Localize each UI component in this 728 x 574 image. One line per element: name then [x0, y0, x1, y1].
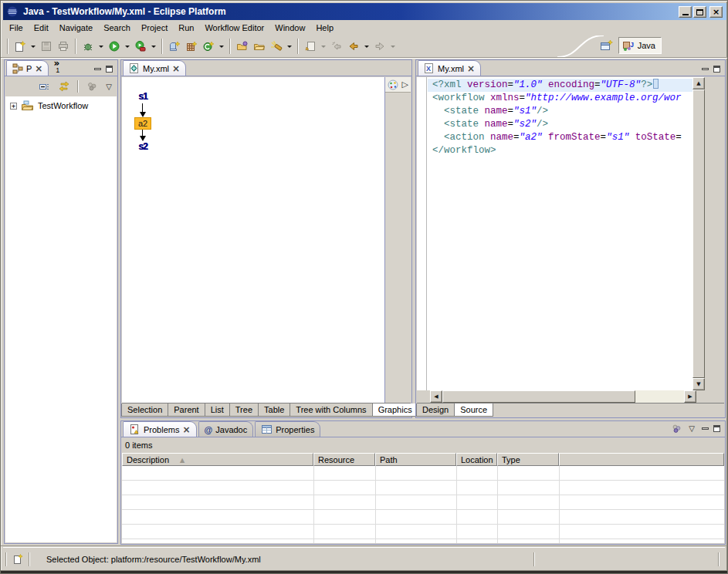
page-tab-selection[interactable]: Selection	[121, 403, 168, 417]
code-line[interactable]: <state name="s2"/>	[428, 118, 692, 131]
more-views-chevron[interactable]: » 1	[53, 60, 59, 76]
scroll-left-button[interactable]: ◀	[430, 390, 442, 403]
print-button[interactable]	[55, 38, 72, 55]
search-dropdown[interactable]	[287, 46, 292, 48]
state-node-s2[interactable]: s2	[131, 141, 154, 152]
palette-flyout-icon[interactable]: ▷	[402, 79, 408, 89]
column-header-location[interactable]: Location	[456, 453, 497, 466]
minimize-view-icon[interactable]	[702, 427, 709, 430]
page-tab-tree-with-columns[interactable]: Tree with Columns	[290, 403, 372, 417]
new-java-package-button[interactable]	[183, 38, 200, 55]
menu-edit[interactable]: Edit	[29, 22, 54, 34]
collapse-all-button[interactable]	[36, 78, 52, 95]
vertical-scrollbar[interactable]: ▲ ▼	[692, 77, 705, 390]
menu-navigate[interactable]: Navigate	[54, 22, 98, 34]
page-tab-parent[interactable]: Parent	[168, 403, 205, 417]
debug-button[interactable]	[80, 38, 97, 55]
page-tab-tree[interactable]: Tree	[229, 403, 259, 417]
column-header-resource[interactable]: Resource	[313, 453, 375, 466]
column-header-path[interactable]: Path	[375, 453, 456, 466]
source-code-area[interactable]: <?xml version="1.0" encoding="UTF-8"?><w…	[417, 77, 692, 390]
last-edit-dropdown[interactable]	[321, 46, 326, 48]
code-line[interactable]: <state name="s1"/>	[428, 105, 692, 118]
fast-view-icon[interactable]	[12, 553, 24, 566]
menu-search[interactable]: Search	[98, 22, 136, 34]
filters-button[interactable]	[83, 78, 100, 95]
previous-annotation-button[interactable]	[328, 38, 345, 55]
close-tab-icon[interactable]: ×	[467, 64, 475, 73]
vertical-scrollbar-thumb[interactable]	[692, 89, 705, 378]
forward-dropdown[interactable]	[391, 46, 395, 48]
horizontal-scrollbar-thumb[interactable]	[442, 390, 635, 403]
open-type-button[interactable]	[234, 38, 251, 55]
new-java-dropdown[interactable]	[219, 46, 224, 48]
menu-run[interactable]: Run	[173, 22, 199, 34]
back-button[interactable]	[345, 38, 362, 55]
external-tools-button[interactable]	[132, 38, 149, 55]
maximize-view-icon[interactable]	[106, 66, 113, 73]
minimize-view-icon[interactable]	[94, 68, 101, 70]
action-node-a2[interactable]: a2	[134, 117, 151, 130]
menu-help[interactable]: Help	[310, 22, 339, 34]
properties-tab[interactable]: Properties	[255, 421, 320, 437]
run-button[interactable]	[106, 38, 123, 55]
view-filter-icon[interactable]	[671, 423, 682, 434]
palette-header[interactable]: ▷	[385, 77, 411, 93]
back-dropdown[interactable]	[364, 46, 369, 48]
expand-icon[interactable]: +	[10, 103, 17, 110]
maximize-view-icon[interactable]	[713, 425, 720, 432]
page-tab-table[interactable]: Table	[258, 403, 290, 417]
problems-tab[interactable]: Problems ×	[123, 421, 197, 437]
state-node-s1[interactable]: s1	[131, 91, 154, 102]
open-perspective-button[interactable]	[598, 37, 615, 54]
menu-file[interactable]: File	[4, 22, 29, 34]
tree-item-testworkflow[interactable]: + TestWorkflow	[5, 96, 117, 111]
page-tab-source[interactable]: Source	[454, 403, 493, 417]
code-line[interactable]: </workflow>	[428, 144, 692, 157]
close-tab-icon[interactable]: ×	[172, 64, 180, 73]
menu-workflow-editor[interactable]: Workflow Editor	[199, 22, 269, 34]
page-tab-list[interactable]: List	[205, 403, 230, 417]
new-java-class-button[interactable]	[200, 38, 217, 55]
maximize-button[interactable]	[693, 6, 706, 18]
code-line[interactable]: <workflow xmlns="http://www.example.org/…	[428, 92, 692, 105]
view-menu-icon[interactable]: ▽	[686, 424, 697, 433]
title-bar[interactable]: Java - TestWorkflow/My.xml - Eclipse Pla…	[3, 3, 726, 20]
right-editor-tab[interactable]: X My.xml ×	[418, 60, 481, 76]
javadoc-tab[interactable]: @ Javadoc	[198, 421, 254, 437]
code-line[interactable]: <action name="a2" fromState="s1" toState…	[428, 131, 692, 144]
close-tab-icon[interactable]: ×	[182, 425, 190, 434]
debug-dropdown[interactable]	[99, 46, 103, 48]
minimize-editor-icon[interactable]	[702, 68, 709, 70]
save-button[interactable]	[38, 38, 55, 55]
search-button[interactable]	[268, 38, 285, 55]
new-java-project-button[interactable]	[166, 38, 183, 55]
package-explorer-tab[interactable]: P ×	[6, 60, 49, 76]
diagram-canvas[interactable]: s1 a2 s2	[122, 77, 384, 403]
mid-editor-tab[interactable]: My.xml ×	[123, 60, 186, 76]
scroll-right-button[interactable]: ▶	[684, 390, 696, 403]
open-resource-button[interactable]	[251, 38, 268, 55]
view-menu-icon[interactable]: ▽	[103, 83, 114, 91]
page-tab-graphics[interactable]: Graphics	[372, 403, 418, 417]
scroll-down-button[interactable]: ▼	[692, 378, 705, 390]
horizontal-scrollbar[interactable]: ◀ ▶	[430, 390, 696, 403]
overview-ruler[interactable]	[706, 77, 724, 390]
code-line[interactable]: <?xml version="1.0" encoding="UTF-8"?>	[428, 79, 692, 92]
link-with-editor-button[interactable]	[56, 78, 73, 95]
fast-view-grip[interactable]	[5, 552, 7, 566]
external-tools-dropdown[interactable]	[151, 46, 156, 48]
menu-window[interactable]: Window	[269, 22, 310, 34]
column-header-description[interactable]: Description ▲	[122, 453, 313, 466]
page-tab-design[interactable]: Design	[416, 403, 455, 417]
java-perspective-button[interactable]: J Java	[618, 37, 662, 54]
scroll-up-button[interactable]: ▲	[692, 77, 705, 89]
menu-project[interactable]: Project	[136, 22, 173, 34]
minimize-button[interactable]	[679, 6, 692, 18]
close-button[interactable]: ×	[709, 6, 723, 18]
close-tab-icon[interactable]: ×	[35, 64, 42, 73]
column-header-type[interactable]: Type	[497, 453, 559, 466]
problems-table-body[interactable]	[122, 466, 724, 543]
forward-button[interactable]	[371, 38, 388, 55]
run-dropdown[interactable]	[125, 46, 130, 48]
